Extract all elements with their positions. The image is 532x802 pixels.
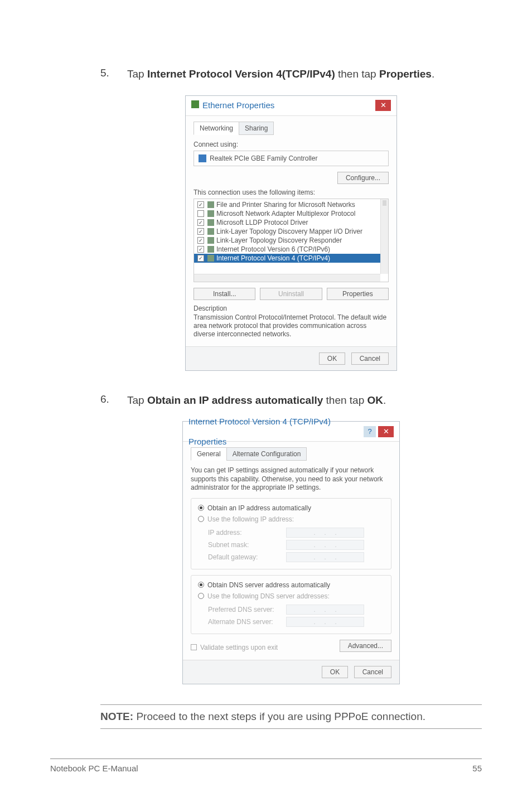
protocol-icon	[207, 237, 214, 244]
checkbox[interactable]	[191, 644, 197, 650]
alternate-dns-label: Alternate DNS server:	[208, 618, 286, 626]
network-items-list[interactable]: ✓File and Printer Sharing for Microsoft …	[194, 199, 389, 282]
gateway-label: Default gateway:	[208, 553, 286, 561]
tab-general[interactable]: General	[191, 447, 227, 461]
close-button[interactable]: ✕	[378, 426, 394, 437]
adapter-name: Realtek PCIe GBE Family Controller	[210, 154, 317, 162]
radio-icon	[198, 593, 204, 599]
note-text: Proceed to the next steps if you are usi…	[133, 711, 425, 722]
ok-button[interactable]: OK	[322, 666, 348, 678]
step-6-text: Tap Obtain an IP address automatically t…	[127, 393, 482, 408]
checkbox[interactable]: ✓	[197, 219, 204, 226]
gateway-input: ...	[286, 552, 364, 562]
radio-manual-dns[interactable]: Use the following DNS server addresses:	[198, 592, 384, 600]
ethernet-properties-dialog: Ethernet Properties ✕ Networking Sharing…	[185, 95, 397, 371]
horizontal-scrollbar[interactable]	[194, 274, 380, 282]
step-6: 6. Tap Obtain an IP address automaticall…	[100, 393, 482, 408]
intro-text: You can get IP settings assigned automat…	[191, 466, 391, 492]
subnet-input: ...	[286, 540, 364, 550]
cancel-button[interactable]: Cancel	[351, 352, 389, 365]
radio-icon	[198, 516, 204, 522]
window-icon	[191, 100, 199, 108]
dialog-title-bar: Ethernet Properties ✕	[186, 96, 396, 116]
ip-settings-group: Obtain an IP address automatically Use t…	[191, 498, 391, 569]
note-divider	[100, 704, 482, 705]
connect-using-label: Connect using:	[194, 141, 389, 148]
help-button[interactable]: ?	[364, 426, 376, 437]
cancel-button[interactable]: Cancel	[354, 666, 391, 678]
protocol-icon	[207, 201, 214, 208]
list-item[interactable]: ✓Link-Layer Topology Discovery Responder	[194, 236, 388, 245]
uninstall-button[interactable]: Uninstall	[260, 288, 322, 300]
close-button[interactable]: ✕	[375, 100, 391, 111]
install-button[interactable]: Install...	[194, 288, 255, 300]
description-text: Transmission Control Protocol/Internet P…	[194, 313, 389, 339]
radio-auto-ip[interactable]: Obtain an IP address automatically	[198, 504, 384, 512]
tab-sharing[interactable]: Sharing	[239, 122, 274, 135]
dialog-title-bar: Internet Protocol Version 4 (TCP/IPv4) P…	[183, 422, 399, 442]
checkbox[interactable]: ✓	[197, 228, 204, 235]
radio-manual-ip[interactable]: Use the following IP address:	[198, 515, 384, 523]
alternate-dns-input: ...	[286, 617, 364, 627]
protocol-icon	[207, 228, 214, 235]
validate-checkbox-row[interactable]: Validate settings upon exit	[191, 644, 278, 651]
footer-left: Notebook PC E-Manual	[50, 764, 138, 773]
configure-button[interactable]: Configure...	[337, 172, 389, 184]
note: NOTE: Proceed to the next steps if you a…	[100, 711, 482, 723]
ip-address-label: IP address:	[208, 529, 286, 537]
protocol-icon	[207, 246, 214, 253]
checkbox[interactable]: ✓	[197, 237, 204, 244]
step-5-number: 5.	[100, 67, 127, 82]
radio-auto-dns[interactable]: Obtain DNS server address automatically	[198, 581, 384, 589]
preferred-dns-label: Preferred DNS server:	[208, 606, 286, 613]
vertical-scrollbar[interactable]	[380, 199, 388, 274]
tab-alternate[interactable]: Alternate Configuration	[226, 447, 307, 461]
page-footer: Notebook PC E-Manual 55	[50, 758, 482, 773]
footer-page-number: 55	[472, 764, 482, 773]
tabs: Networking Sharing	[194, 122, 389, 135]
adapter-field: Realtek PCIe GBE Family Controller	[194, 151, 389, 166]
list-item-selected[interactable]: ✓Internet Protocol Version 4 (TCP/IPv4)	[194, 254, 388, 263]
description-label: Description	[194, 305, 389, 312]
ip-address-input: ...	[286, 528, 364, 538]
checkbox[interactable]: ✓	[197, 255, 204, 262]
note-label: NOTE:	[100, 711, 133, 722]
dns-settings-group: Obtain DNS server address automatically …	[191, 575, 391, 634]
note-divider	[100, 728, 482, 729]
protocol-icon	[207, 219, 214, 226]
list-item[interactable]: ✓Link-Layer Topology Discovery Mapper I/…	[194, 227, 388, 236]
preferred-dns-input: ...	[286, 605, 364, 615]
checkbox[interactable]: ✓	[197, 246, 204, 253]
step-5-text: Tap Internet Protocol Version 4(TCP/IPv4…	[127, 67, 482, 82]
radio-icon	[198, 582, 204, 588]
list-item[interactable]: Microsoft Network Adapter Multiplexor Pr…	[194, 209, 388, 218]
step-5: 5. Tap Internet Protocol Version 4(TCP/I…	[100, 67, 482, 82]
list-item[interactable]: ✓Internet Protocol Version 6 (TCP/IPv6)	[194, 245, 388, 254]
properties-button[interactable]: Properties	[327, 288, 389, 300]
protocol-icon	[207, 210, 214, 217]
advanced-button[interactable]: Advanced...	[340, 640, 391, 652]
step-6-number: 6.	[100, 393, 127, 408]
list-item[interactable]: ✓Microsoft LLDP Protocol Driver	[194, 218, 388, 227]
list-item[interactable]: ✓File and Printer Sharing for Microsoft …	[194, 200, 388, 209]
dialog-title: Internet Protocol Version 4 (TCP/IPv4) P…	[188, 412, 364, 452]
adapter-icon	[199, 154, 206, 162]
radio-icon	[198, 505, 204, 511]
items-label: This connection uses the following items…	[194, 189, 389, 196]
tab-networking[interactable]: Networking	[194, 122, 239, 135]
ipv4-properties-dialog: Internet Protocol Version 4 (TCP/IPv4) P…	[182, 421, 400, 684]
checkbox[interactable]: ✓	[197, 201, 204, 208]
checkbox[interactable]	[197, 210, 204, 217]
dialog-title: Ethernet Properties	[202, 100, 274, 110]
ok-button[interactable]: OK	[319, 352, 345, 365]
subnet-label: Subnet mask:	[208, 541, 286, 549]
protocol-icon	[207, 255, 214, 262]
